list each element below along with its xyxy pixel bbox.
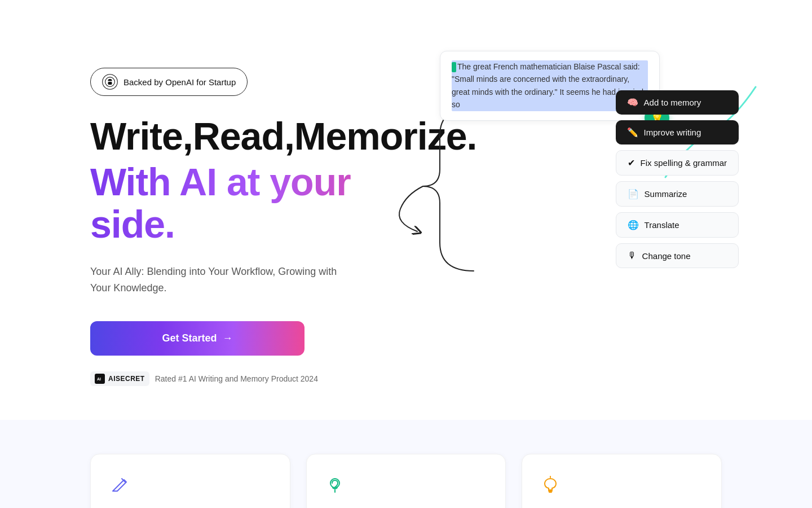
translate-button[interactable]: 🌐 Translate [616, 212, 739, 238]
memory-label: Add to memory [644, 98, 701, 107]
memory-icon: 🧠 [627, 97, 638, 108]
summarize-label: Summarize [645, 189, 687, 199]
get-ideas-title: Get ideas [538, 506, 705, 508]
spelling-label: Fix spelling & grammar [641, 158, 727, 168]
social-proof: AI AISECRET Rated #1 AI Writing and Memo… [90, 371, 429, 386]
improve-icon: ✏️ [627, 127, 638, 138]
hero-section: Backed by OpenAI for Startup Write,Read,… [0, 0, 812, 420]
add-to-memory-button[interactable]: 🧠 Add to memory [616, 90, 739, 115]
tone-icon: 🎙 [628, 251, 637, 261]
improve-label: Improve writing [644, 128, 701, 137]
remember-icon [325, 475, 345, 494]
badge-text: Backed by OpenAI for Startup [123, 77, 236, 87]
openai-icon [102, 74, 118, 90]
cursor-start [452, 62, 456, 72]
write-better-icon-wrap [107, 472, 131, 497]
cta-arrow: → [223, 332, 233, 344]
svg-rect-1 [108, 82, 112, 85]
feature-buttons-list: 🧠 Add to memory ✏️ Improve writing ✔ Fix… [616, 90, 739, 268]
hero-right: The great French mathematician Blaise Pa… [429, 45, 722, 121]
fix-spelling-button[interactable]: ✔ Fix spelling & grammar [616, 150, 739, 176]
ai-secret-icon: AI [95, 374, 105, 384]
ai-secret-text: AISECRET [108, 375, 145, 383]
remember-title: Remember everything [323, 506, 490, 508]
write-better-card: Write better Get help writing right wher… [90, 454, 290, 508]
openai-badge: Backed by OpenAI for Startup [90, 68, 248, 96]
hero-left: Backed by OpenAI for Startup Write,Read,… [90, 45, 429, 386]
translate-label: Translate [645, 220, 679, 230]
change-tone-button[interactable]: 🎙 Change tone [616, 243, 739, 268]
write-better-title: Write better [107, 506, 274, 508]
hero-title-line1: Write,Read,Memorize. [90, 116, 429, 156]
get-ideas-icon [541, 475, 560, 494]
translate-icon: 🌐 [628, 220, 639, 230]
hero-title-line2: With AI at your side. [90, 161, 429, 246]
get-ideas-icon-wrap [538, 472, 563, 497]
remember-card: Remember everything Save your knowledge … [306, 454, 506, 508]
cards-section: Write better Get help writing right wher… [0, 420, 812, 508]
remember-icon-wrap [323, 472, 347, 497]
improve-writing-button[interactable]: ✏️ Improve writing [616, 120, 739, 144]
spelling-icon: ✔ [628, 157, 635, 168]
tone-label: Change tone [642, 251, 691, 261]
summarize-button[interactable]: 📄 Summarize [616, 181, 739, 207]
hero-subtitle: Your AI Ally: Blending into Your Workflo… [90, 264, 350, 296]
social-proof-text: Rated #1 AI Writing and Memory Product 2… [155, 374, 318, 383]
summarize-icon: 📄 [628, 189, 639, 199]
write-better-icon [109, 475, 129, 494]
get-ideas-card: Get ideas Unlock a world of ideas and in… [522, 454, 722, 508]
ai-secret-badge: AI AISECRET [90, 371, 149, 386]
svg-text:AI: AI [97, 377, 101, 381]
get-started-button[interactable]: Get Started → [90, 321, 304, 356]
cta-label: Get Started [162, 332, 217, 344]
